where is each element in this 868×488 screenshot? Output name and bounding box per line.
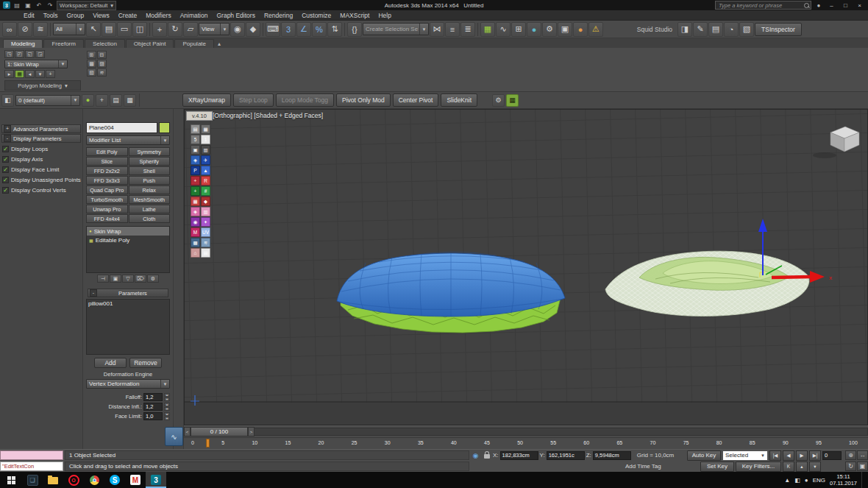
maxscript-listener-line[interactable]: "EditTextCon — [0, 462, 63, 471]
render-setup-icon[interactable]: ⚙ — [542, 22, 557, 37]
script-icon[interactable]: + — [191, 176, 200, 185]
checkbox[interactable]: ✓ — [2, 146, 9, 152]
isolate-selection-icon[interactable]: ◉ — [471, 450, 480, 460]
ribbon-tab[interactable]: Freeform — [43, 39, 83, 48]
layer-panel-icon[interactable]: ◧ — [1, 94, 14, 107]
schematic-view-icon[interactable]: ⊞ — [511, 22, 526, 37]
modifier-stack-row[interactable]: ● Skin Wrap — [87, 227, 169, 236]
script-icon[interactable]: ▦ — [201, 124, 210, 134]
stack-tool-icon[interactable]: ▽ — [122, 275, 134, 283]
tray-expand-icon[interactable]: ▲ — [784, 477, 790, 484]
checkbox[interactable]: ✓ — [2, 177, 9, 183]
rollout-expand-icon[interactable]: - — [4, 135, 11, 142]
menu-item[interactable]: Modifiers — [141, 10, 175, 20]
maximize-button[interactable]: □ — [840, 1, 851, 10]
checkbox[interactable]: ✓ — [2, 187, 9, 194]
app-logo-icon[interactable]: 3 — [3, 1, 10, 9]
close-button[interactable]: × — [854, 1, 865, 10]
script-tool-button[interactable]: Loop Mode Togg — [276, 93, 334, 107]
parameter-value-field[interactable]: 1,0 — [143, 412, 163, 420]
mini-curve-editor-button[interactable]: ∿ — [165, 427, 183, 446]
material-editor-icon[interactable]: ● — [527, 22, 541, 37]
wrap-object-item[interactable]: pillow001 — [88, 300, 168, 307]
modifier-list-dropdown[interactable]: Modifier List▼ — [86, 135, 170, 145]
script-icon[interactable]: ▦ — [191, 197, 200, 206]
script-tool-button[interactable]: XRayUnwrap — [182, 93, 231, 107]
stack-tool-icon[interactable]: ⌦ — [135, 275, 146, 283]
go-to-start-button[interactable]: |◀ — [769, 450, 781, 461]
modifier-button[interactable]: Relax — [129, 185, 171, 194]
script-icon[interactable]: M — [191, 227, 200, 237]
ribbon-mini-button[interactable]: ◰ — [15, 50, 24, 58]
frame-spin-down[interactable]: ▾ — [809, 462, 821, 472]
percent-snap-icon[interactable]: % — [312, 22, 327, 37]
script-icon[interactable]: ▣ — [191, 145, 200, 155]
script-icon[interactable]: P — [191, 166, 200, 175]
menu-item[interactable]: Help — [374, 10, 395, 20]
set-key-button[interactable]: Set Key — [700, 462, 734, 472]
open-file-icon[interactable]: ▤ — [13, 1, 21, 10]
taskbar-app-explorer[interactable] — [43, 472, 63, 488]
notification-center-button[interactable] — [861, 472, 867, 488]
frame-spin-up[interactable]: ▴ — [796, 462, 808, 472]
unlink-selection-icon[interactable]: ⊘ — [18, 22, 32, 37]
squid-tool-c-icon[interactable]: ▤ — [708, 22, 723, 37]
rollout-expand-icon[interactable]: + — [4, 125, 11, 132]
squid-tool-a-icon[interactable]: ◨ — [677, 22, 692, 37]
script-icon[interactable]: ▥ — [201, 207, 210, 216]
menu-item[interactable]: Create — [114, 10, 142, 20]
script-icon[interactable]: ◉ — [191, 217, 200, 227]
script-icon[interactable]: ⌂ — [191, 248, 200, 258]
spinner-snap-icon[interactable]: ⇅ — [327, 22, 342, 37]
script-icon[interactable]: ≋ — [201, 238, 210, 247]
script-icon[interactable]: UV — [201, 227, 210, 237]
modifier-button[interactable]: Lathe — [129, 205, 171, 213]
modifier-button[interactable]: Unwrap Pro — [86, 205, 128, 213]
wrap-objects-list[interactable]: pillow001 — [86, 299, 170, 355]
panel-splitter[interactable] — [174, 109, 184, 449]
modifier-button[interactable]: FFD 2x2x2 — [86, 166, 128, 175]
modifier-visibility-icon[interactable]: ● — [89, 229, 92, 233]
orbit-icon[interactable]: ↻ — [845, 462, 856, 471]
script-icon[interactable]: 1 — [201, 135, 210, 144]
add-time-tag[interactable]: Add Time Tag — [625, 463, 661, 470]
ribbon-mini-button-active[interactable]: ▦ — [15, 70, 24, 78]
script-icon[interactable]: R — [201, 176, 210, 185]
z-coordinate-field[interactable]: 9,5948cm — [593, 451, 631, 460]
modifier-button[interactable]: Quad Cap Pro — [86, 185, 128, 194]
snaps-toggle-icon[interactable]: 3 — [281, 22, 296, 37]
taskbar-app-skype[interactable]: S — [104, 472, 125, 488]
key-filters-button[interactable]: Key Filters... — [736, 462, 781, 472]
stack-tool-icon[interactable]: ▣ — [110, 275, 121, 283]
script-icon[interactable]: ▲ — [201, 166, 210, 175]
current-frame-field[interactable]: 0 — [822, 451, 842, 460]
squid-tool-d-icon[interactable]: ◔ — [724, 22, 739, 37]
checkbox[interactable]: ✓ — [2, 166, 9, 173]
modifier-button[interactable]: Slice — [86, 157, 128, 166]
ribbon-mini-button[interactable]: ⊟ — [97, 51, 107, 59]
ribbon-toggle-icon[interactable]: ▦ — [480, 22, 495, 37]
spinner-arrows[interactable]: ▲▼ — [164, 403, 170, 411]
select-by-name-icon[interactable]: ▤ — [102, 22, 116, 37]
y-coordinate-field[interactable]: 162,1951c — [547, 451, 585, 460]
viewport-label[interactable]: [Orthographic] [Shaded + Edged Faces] — [213, 112, 323, 119]
ribbon-tab[interactable]: Populate — [174, 39, 214, 48]
modifier-button[interactable]: FFD 3x3x3 — [86, 176, 128, 185]
script-icon[interactable]: # — [201, 186, 210, 196]
use-pivot-center-icon[interactable]: ◉ — [230, 22, 245, 37]
select-object-icon[interactable]: ↖ — [86, 22, 101, 37]
angle-snap-icon[interactable]: ∠ — [296, 22, 311, 37]
play-button[interactable]: ▶ — [796, 450, 808, 461]
previous-frame-button[interactable]: ◀ — [783, 450, 794, 461]
ribbon-tab[interactable]: Selection — [85, 39, 125, 48]
spinner-arrows[interactable]: ▲▼ — [164, 393, 170, 401]
select-and-scale-icon[interactable]: ▱ — [183, 22, 198, 37]
script-icon[interactable]: ▥ — [201, 145, 210, 155]
layer-list-icon[interactable]: ▤ — [110, 94, 122, 107]
ribbon-mini-button[interactable]: ⊞ — [87, 51, 96, 59]
selection-filter-dropdown[interactable]: All▼ — [53, 23, 85, 35]
taskbar-app-chrome[interactable] — [84, 472, 104, 488]
add-to-layer-icon[interactable]: + — [96, 94, 108, 107]
tray-icon-2[interactable]: ● — [805, 477, 808, 484]
keyboard-override-icon[interactable]: ⌨ — [266, 22, 280, 37]
